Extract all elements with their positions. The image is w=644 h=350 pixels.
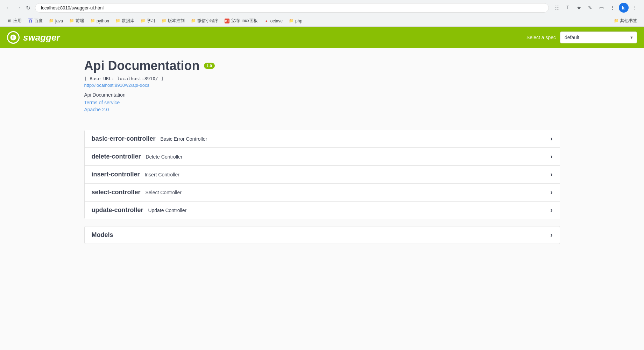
controller-desc: Delete Controller xyxy=(146,154,182,160)
chevron-right-icon: › xyxy=(551,189,553,196)
bookmark-java[interactable]: 📁 java xyxy=(46,18,66,24)
api-description: Api Documentation xyxy=(84,92,560,98)
address-bar-url: localhost:8910/swagger-ui.html xyxy=(41,5,104,10)
bookmark-apps[interactable]: ⊞ 应用 xyxy=(4,17,24,25)
controller-desc: Insert Controller xyxy=(144,172,179,177)
main-content: Api Documentation 1.0 [ Base URL: localh… xyxy=(77,48,567,254)
controller-desc: Update Controller xyxy=(148,208,186,213)
more-button[interactable]: ⋮ xyxy=(608,3,617,13)
base-url: [ Base URL: localhost:8910/ ] xyxy=(84,76,560,81)
extensions-button[interactable]: ☷ xyxy=(552,3,561,13)
address-bar[interactable]: localhost:8910/swagger-ui.html xyxy=(35,3,549,13)
grammarly-button[interactable]: ✎ xyxy=(585,3,595,13)
controller-desc: Basic Error Controller xyxy=(160,136,207,142)
bookmark-database-label: 数据库 xyxy=(122,18,134,24)
controller-item-content: update-controller Update Controller xyxy=(92,206,187,214)
models-title: Models xyxy=(92,231,113,239)
bookmark-frontend[interactable]: 📁 前端 xyxy=(66,17,87,25)
bookmark-python-label: python xyxy=(97,19,109,23)
translate-button[interactable]: Ｔ xyxy=(563,3,573,13)
folder-icon: 📁 xyxy=(162,19,167,23)
api-title-row: Api Documentation 1.0 xyxy=(84,58,560,73)
bookmark-study-label: 学习 xyxy=(147,18,155,24)
bookmark-button[interactable]: ★ xyxy=(574,3,584,13)
spec-selector-label: Select a spec xyxy=(526,35,556,40)
controller-item-content: select-controller Select Controller xyxy=(92,189,182,196)
bookmark-vcs-label: 版本控制 xyxy=(168,18,185,24)
bookmark-vcs[interactable]: 📁 版本控制 xyxy=(159,17,187,25)
chevron-right-icon: › xyxy=(551,206,553,214)
browser-actions: ☷ Ｔ ★ ✎ ▭ ⋮ lu ⋮ xyxy=(552,3,640,13)
back-button[interactable]: ← xyxy=(4,4,13,12)
bookmark-php[interactable]: 📁 php xyxy=(286,18,305,24)
folder-icon: 📁 xyxy=(69,19,74,23)
controller-item-content: insert-controller Insert Controller xyxy=(92,171,180,178)
bookmark-python[interactable]: 📁 python xyxy=(87,18,112,24)
bookmark-other[interactable]: 📁 其他书签 xyxy=(611,17,640,25)
controller-name: basic-error-controller xyxy=(92,135,156,142)
bookmark-octave[interactable]: ● octave xyxy=(261,18,285,24)
bookmark-frontend-label: 前端 xyxy=(76,18,84,24)
folder-icon: 📁 xyxy=(141,19,146,23)
forward-button[interactable]: → xyxy=(14,4,22,12)
swagger-logo: swagger xyxy=(7,31,60,44)
controller-name: insert-controller xyxy=(92,171,140,178)
user-avatar[interactable]: lu xyxy=(619,3,629,13)
spec-select[interactable]: default xyxy=(560,31,637,43)
baidu-icon: 百 xyxy=(28,19,33,23)
swagger-logo-text: swagger xyxy=(23,32,60,43)
bookmark-other-label: 其他书签 xyxy=(620,18,637,24)
browser-chrome: ← → ↻ localhost:8910/swagger-ui.html ☷ Ｔ… xyxy=(0,0,644,27)
bookmark-baidu[interactable]: 百 百度 xyxy=(25,17,45,25)
bookmark-java-label: java xyxy=(55,19,63,23)
folder-icon: 📁 xyxy=(191,19,196,23)
bookmark-wechat[interactable]: 📁 微信小程序 xyxy=(188,17,221,25)
version-badge: 1.0 xyxy=(204,63,215,69)
controller-item-select[interactable]: select-controller Select Controller › xyxy=(85,184,560,201)
controller-name: update-controller xyxy=(92,206,143,214)
controller-item-update[interactable]: update-controller Update Controller › xyxy=(85,202,560,219)
chevron-right-icon: › xyxy=(551,153,553,160)
chevron-right-icon: › xyxy=(551,171,553,178)
api-info: Api Documentation 1.0 [ Base URL: localh… xyxy=(84,58,560,119)
terms-of-service-link[interactable]: Terms of service xyxy=(84,100,560,105)
chevron-right-icon: › xyxy=(551,135,553,142)
models-header[interactable]: Models › xyxy=(85,226,560,244)
folder-icon: 📁 xyxy=(49,19,54,23)
bookmark-wechat-label: 微信小程序 xyxy=(197,18,218,24)
bookmark-bt[interactable]: BT 宝塔Linux面板 xyxy=(222,17,261,25)
refresh-button[interactable]: ↻ xyxy=(24,4,32,12)
spec-select-wrapper: default xyxy=(560,31,637,43)
api-title: Api Documentation xyxy=(84,58,200,73)
bookmark-apps-label: 应用 xyxy=(13,18,22,24)
browser-nav-buttons: ← → ↻ xyxy=(4,4,32,12)
bookmark-bt-label: 宝塔Linux面板 xyxy=(231,18,258,24)
controller-desc: Select Controller xyxy=(145,190,182,195)
controller-item-delete[interactable]: delete-controller Delete Controller › xyxy=(85,148,560,166)
extensions-puzzle[interactable]: ▭ xyxy=(596,3,606,13)
folder-icon: 📁 xyxy=(115,19,120,23)
controller-item-insert[interactable]: insert-controller Insert Controller › xyxy=(85,166,560,183)
bookmark-octave-label: octave xyxy=(270,19,283,23)
spec-selector: Select a spec default xyxy=(526,31,637,43)
models-section: Models › xyxy=(84,226,560,244)
bookmark-study[interactable]: 📁 学习 xyxy=(138,17,158,25)
apache-license-link[interactable]: Apache 2.0 xyxy=(84,107,560,112)
bt-icon: BT xyxy=(225,19,229,23)
controller-item-content: basic-error-controller Basic Error Contr… xyxy=(92,135,207,142)
bookmark-baidu-label: 百度 xyxy=(34,18,43,24)
apps-icon: ⊞ xyxy=(7,19,12,23)
bookmark-database[interactable]: 📁 数据库 xyxy=(113,17,137,25)
folder-icon: 📁 xyxy=(289,19,294,23)
folder-icon: 📁 xyxy=(614,19,619,23)
browser-toolbar: ← → ↻ localhost:8910/swagger-ui.html ☷ Ｔ… xyxy=(0,0,644,15)
controller-item-content: delete-controller Delete Controller xyxy=(92,153,183,160)
bookmarks-bar: ⊞ 应用 百 百度 📁 java 📁 前端 📁 python 📁 数据库 📁 学… xyxy=(0,15,644,27)
controller-item-basic-error[interactable]: basic-error-controller Basic Error Contr… xyxy=(85,130,560,148)
folder-icon: 📁 xyxy=(90,19,95,23)
controller-name: delete-controller xyxy=(92,153,141,160)
bookmark-php-label: php xyxy=(295,19,302,23)
api-docs-link[interactable]: http://localhost:8910/v2/api-docs xyxy=(84,83,560,88)
octave-icon: ● xyxy=(264,19,269,23)
menu-button[interactable]: ⋮ xyxy=(630,3,640,13)
